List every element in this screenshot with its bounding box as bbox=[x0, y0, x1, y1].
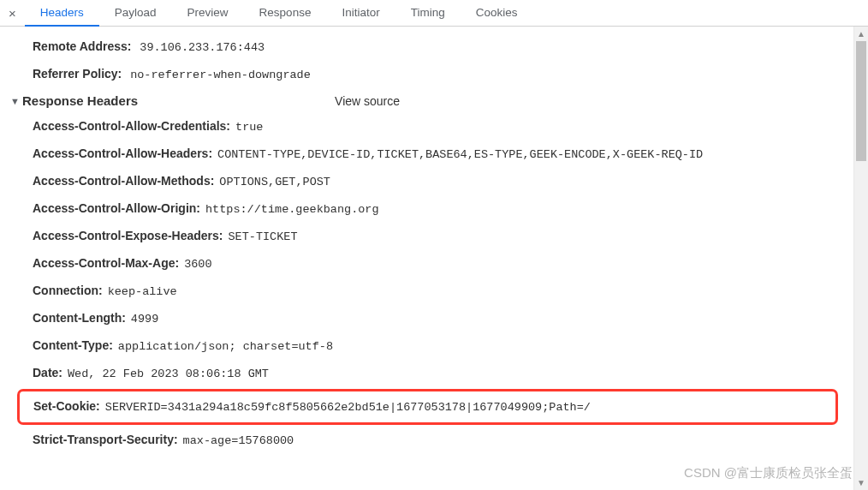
kv-key: Access-Control-Max-Age: bbox=[33, 256, 179, 270]
kv-key: Set-Cookie: bbox=[33, 399, 100, 413]
kv-key: Strict-Transport-Security: bbox=[33, 433, 178, 446]
close-icon[interactable]: × bbox=[5, 7, 25, 20]
response-header-row: Date:Wed, 22 Feb 2023 08:06:18 GMT bbox=[0, 360, 853, 387]
scroll-up-icon[interactable]: ▲ bbox=[854, 27, 868, 41]
headers-panel: Remote Address: 39.106.233.176:443 Refer… bbox=[0, 27, 853, 490]
kv-value: https://time.geekbang.org bbox=[205, 203, 379, 216]
general-remote-address: Remote Address: 39.106.233.176:443 bbox=[0, 33, 853, 61]
kv-key: Content-Length: bbox=[33, 311, 126, 325]
response-header-row: Content-Type:application/json; charset=u… bbox=[0, 332, 853, 360]
kv-key: Access-Control-Allow-Headers: bbox=[33, 146, 212, 160]
kv-value: no-referrer-when-downgrade bbox=[130, 69, 311, 81]
tab-preview[interactable]: Preview bbox=[172, 0, 244, 27]
section-title: Response Headers bbox=[22, 93, 138, 108]
kv-value: 3600 bbox=[184, 258, 211, 271]
kv-value: OPTIONS,GET,POST bbox=[219, 176, 330, 188]
kv-key: Access-Control-Allow-Methods: bbox=[33, 174, 214, 188]
scrollbar-thumb[interactable] bbox=[856, 41, 866, 161]
network-tab-bar: × Headers Payload Preview Response Initi… bbox=[0, 0, 868, 27]
kv-key: Remote Address: bbox=[33, 39, 131, 53]
scroll-down-icon[interactable]: ▼ bbox=[854, 475, 868, 490]
response-header-row: Access-Control-Allow-Origin:https://time… bbox=[0, 195, 853, 223]
response-header-row: Strict-Transport-Security:max-age=157680… bbox=[0, 427, 853, 454]
kv-value: keep-alive bbox=[108, 285, 177, 298]
kv-value: SET-TICKET bbox=[229, 230, 298, 243]
general-referrer-policy: Referrer Policy: no-referrer-when-downgr… bbox=[0, 61, 853, 88]
response-header-row: Access-Control-Allow-Headers:CONTENT-TYP… bbox=[0, 140, 853, 168]
kv-value: 4999 bbox=[131, 313, 158, 326]
kv-key: Content-Type: bbox=[33, 338, 113, 352]
kv-key: Access-Control-Expose-Headers: bbox=[33, 229, 223, 242]
kv-key: Connection: bbox=[33, 284, 103, 297]
response-header-row: Access-Control-Allow-Methods:OPTIONS,GET… bbox=[0, 168, 853, 195]
kv-key: Referrer Policy: bbox=[33, 67, 122, 81]
kv-value: true bbox=[235, 121, 263, 134]
kv-key: Date: bbox=[33, 366, 62, 379]
highlighted-header: Set-Cookie:SERVERID=3431a294a18c59fc8f58… bbox=[17, 389, 838, 425]
response-header-row: Access-Control-Expose-Headers:SET-TICKET bbox=[0, 223, 853, 250]
kv-value: max-age=15768000 bbox=[183, 434, 294, 447]
tab-cookies[interactable]: Cookies bbox=[461, 0, 533, 27]
response-headers-list: Access-Control-Allow-Credentials:trueAcc… bbox=[0, 113, 853, 454]
chevron-down-icon: ▼ bbox=[10, 96, 19, 106]
tab-payload[interactable]: Payload bbox=[99, 0, 172, 27]
kv-key: Access-Control-Allow-Origin: bbox=[33, 201, 200, 215]
kv-key: Access-Control-Allow-Credentials: bbox=[33, 119, 230, 133]
kv-value: 39.106.233.176:443 bbox=[140, 41, 265, 54]
scrollbar[interactable]: ▲ ▼ bbox=[853, 27, 868, 490]
tab-headers[interactable]: Headers bbox=[25, 0, 99, 27]
response-header-row: Connection:keep-alive bbox=[0, 278, 853, 305]
tab-response[interactable]: Response bbox=[244, 0, 327, 27]
response-header-row: Content-Length:4999 bbox=[0, 305, 853, 332]
kv-value: CONTENT-TYPE,DEVICE-ID,TICKET,BASE64,ES-… bbox=[217, 148, 703, 161]
response-headers-section[interactable]: ▼ Response Headers View source bbox=[0, 88, 853, 113]
response-header-row: Access-Control-Allow-Credentials:true bbox=[0, 113, 853, 140]
response-header-row: Access-Control-Max-Age:3600 bbox=[0, 250, 853, 278]
view-source-link[interactable]: View source bbox=[335, 94, 400, 108]
kv-value: Wed, 22 Feb 2023 08:06:18 GMT bbox=[68, 368, 269, 380]
tab-initiator[interactable]: Initiator bbox=[326, 0, 395, 27]
tab-timing[interactable]: Timing bbox=[395, 0, 461, 27]
kv-value: SERVERID=3431a294a18c59fc8f5805662e2bd51… bbox=[105, 401, 591, 414]
response-header-row: Set-Cookie:SERVERID=3431a294a18c59fc8f58… bbox=[33, 393, 835, 421]
kv-value: application/json; charset=utf-8 bbox=[118, 340, 333, 353]
